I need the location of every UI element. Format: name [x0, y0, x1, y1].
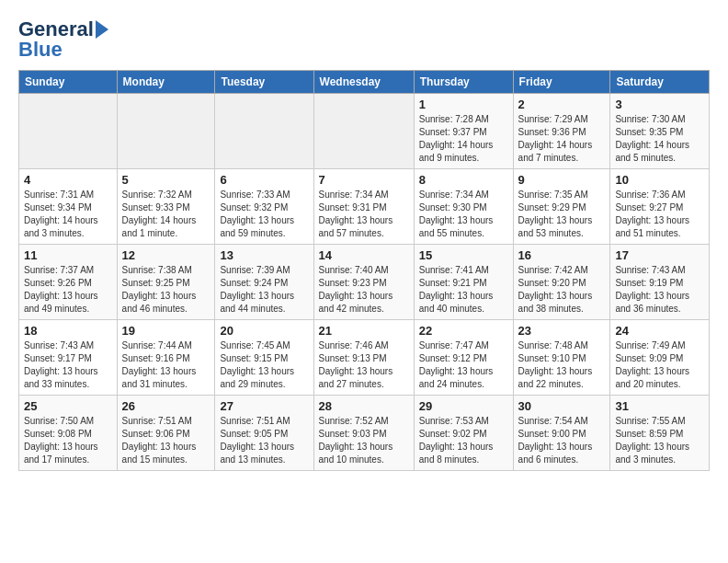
day-number: 20: [220, 324, 308, 338]
day-number: 14: [319, 248, 409, 262]
day-info: Sunrise: 7:28 AM Sunset: 9:37 PM Dayligh…: [419, 113, 508, 165]
day-info: Sunrise: 7:54 AM Sunset: 9:00 PM Dayligh…: [518, 415, 606, 466]
day-number: 16: [518, 248, 606, 262]
day-info: Sunrise: 7:37 AM Sunset: 9:26 PM Dayligh…: [24, 264, 112, 316]
day-info: Sunrise: 7:41 AM Sunset: 9:21 PM Dayligh…: [419, 264, 508, 316]
day-number: 12: [122, 248, 210, 262]
day-number: 9: [518, 173, 606, 187]
calendar-header-row: SundayMondayTuesdayWednesdayThursdayFrid…: [19, 71, 710, 94]
day-number: 4: [24, 173, 112, 187]
day-number: 25: [24, 399, 112, 413]
day-info: Sunrise: 7:40 AM Sunset: 9:23 PM Dayligh…: [319, 264, 409, 316]
day-info: Sunrise: 7:43 AM Sunset: 9:19 PM Dayligh…: [615, 264, 704, 316]
calendar-cell: 1Sunrise: 7:28 AM Sunset: 9:37 PM Daylig…: [414, 94, 513, 169]
page-header: General Blue: [18, 18, 710, 61]
day-info: Sunrise: 7:34 AM Sunset: 9:31 PM Dayligh…: [319, 189, 409, 240]
calendar-cell: 3Sunrise: 7:30 AM Sunset: 9:35 PM Daylig…: [610, 94, 710, 169]
calendar-cell: 27Sunrise: 7:51 AM Sunset: 9:05 PM Dayli…: [215, 396, 313, 471]
calendar-week-4: 18Sunrise: 7:43 AM Sunset: 9:17 PM Dayli…: [19, 320, 710, 396]
logo: General Blue: [18, 18, 108, 61]
day-number: 29: [419, 399, 508, 413]
day-number: 24: [615, 324, 704, 338]
calendar-cell: 12Sunrise: 7:38 AM Sunset: 9:25 PM Dayli…: [117, 245, 215, 320]
calendar-cell: 29Sunrise: 7:53 AM Sunset: 9:02 PM Dayli…: [414, 396, 513, 471]
calendar-table: SundayMondayTuesdayWednesdayThursdayFrid…: [18, 70, 710, 471]
day-info: Sunrise: 7:38 AM Sunset: 9:25 PM Dayligh…: [122, 264, 210, 316]
day-info: Sunrise: 7:42 AM Sunset: 9:20 PM Dayligh…: [518, 264, 606, 316]
day-number: 23: [518, 324, 606, 338]
calendar-cell: [313, 94, 414, 169]
day-info: Sunrise: 7:48 AM Sunset: 9:10 PM Dayligh…: [518, 339, 606, 391]
day-number: 18: [24, 324, 112, 338]
day-info: Sunrise: 7:52 AM Sunset: 9:03 PM Dayligh…: [319, 415, 409, 466]
logo-arrow-icon: [96, 20, 108, 39]
calendar-cell: 8Sunrise: 7:34 AM Sunset: 9:30 PM Daylig…: [414, 169, 513, 245]
day-number: 2: [518, 98, 606, 111]
day-number: 27: [220, 399, 308, 413]
day-number: 8: [419, 173, 508, 187]
day-info: Sunrise: 7:51 AM Sunset: 9:05 PM Dayligh…: [220, 415, 308, 466]
weekday-header-tuesday: Tuesday: [215, 71, 313, 94]
day-number: 5: [122, 173, 210, 187]
calendar-cell: [117, 94, 215, 169]
day-info: Sunrise: 7:33 AM Sunset: 9:32 PM Dayligh…: [220, 189, 308, 240]
calendar-cell: 15Sunrise: 7:41 AM Sunset: 9:21 PM Dayli…: [414, 245, 513, 320]
calendar-cell: 10Sunrise: 7:36 AM Sunset: 9:27 PM Dayli…: [610, 169, 710, 245]
day-info: Sunrise: 7:36 AM Sunset: 9:27 PM Dayligh…: [615, 189, 704, 240]
day-number: 15: [419, 248, 508, 262]
logo-text-blue: Blue: [18, 39, 63, 61]
day-number: 3: [615, 98, 704, 111]
day-info: Sunrise: 7:44 AM Sunset: 9:16 PM Dayligh…: [122, 339, 210, 391]
calendar-week-2: 4Sunrise: 7:31 AM Sunset: 9:34 PM Daylig…: [19, 169, 710, 245]
calendar-cell: 17Sunrise: 7:43 AM Sunset: 9:19 PM Dayli…: [610, 245, 710, 320]
calendar-cell: 16Sunrise: 7:42 AM Sunset: 9:20 PM Dayli…: [513, 245, 610, 320]
day-info: Sunrise: 7:53 AM Sunset: 9:02 PM Dayligh…: [419, 415, 508, 466]
day-number: 30: [518, 399, 606, 413]
day-info: Sunrise: 7:49 AM Sunset: 9:09 PM Dayligh…: [615, 339, 704, 391]
day-info: Sunrise: 7:30 AM Sunset: 9:35 PM Dayligh…: [615, 113, 704, 165]
calendar-cell: 11Sunrise: 7:37 AM Sunset: 9:26 PM Dayli…: [19, 245, 118, 320]
weekday-header-saturday: Saturday: [610, 71, 710, 94]
calendar-cell: 24Sunrise: 7:49 AM Sunset: 9:09 PM Dayli…: [610, 320, 710, 396]
calendar-cell: [215, 94, 313, 169]
day-number: 1: [419, 98, 508, 111]
calendar-cell: 5Sunrise: 7:32 AM Sunset: 9:33 PM Daylig…: [117, 169, 215, 245]
calendar-cell: 20Sunrise: 7:45 AM Sunset: 9:15 PM Dayli…: [215, 320, 313, 396]
day-number: 13: [220, 248, 308, 262]
calendar-cell: 6Sunrise: 7:33 AM Sunset: 9:32 PM Daylig…: [215, 169, 313, 245]
weekday-header-wednesday: Wednesday: [313, 71, 414, 94]
day-info: Sunrise: 7:50 AM Sunset: 9:08 PM Dayligh…: [24, 415, 112, 466]
calendar-cell: 14Sunrise: 7:40 AM Sunset: 9:23 PM Dayli…: [313, 245, 414, 320]
calendar-cell: 2Sunrise: 7:29 AM Sunset: 9:36 PM Daylig…: [513, 94, 610, 169]
calendar-cell: 23Sunrise: 7:48 AM Sunset: 9:10 PM Dayli…: [513, 320, 610, 396]
calendar-week-5: 25Sunrise: 7:50 AM Sunset: 9:08 PM Dayli…: [19, 396, 710, 471]
calendar-cell: 18Sunrise: 7:43 AM Sunset: 9:17 PM Dayli…: [19, 320, 118, 396]
calendar-cell: 9Sunrise: 7:35 AM Sunset: 9:29 PM Daylig…: [513, 169, 610, 245]
day-number: 21: [319, 324, 409, 338]
weekday-header-thursday: Thursday: [414, 71, 513, 94]
calendar-cell: 7Sunrise: 7:34 AM Sunset: 9:31 PM Daylig…: [313, 169, 414, 245]
weekday-header-friday: Friday: [513, 71, 610, 94]
day-info: Sunrise: 7:46 AM Sunset: 9:13 PM Dayligh…: [319, 339, 409, 391]
calendar-cell: 22Sunrise: 7:47 AM Sunset: 9:12 PM Dayli…: [414, 320, 513, 396]
weekday-header-sunday: Sunday: [19, 71, 118, 94]
calendar-cell: 21Sunrise: 7:46 AM Sunset: 9:13 PM Dayli…: [313, 320, 414, 396]
calendar-week-1: 1Sunrise: 7:28 AM Sunset: 9:37 PM Daylig…: [19, 94, 710, 169]
day-info: Sunrise: 7:31 AM Sunset: 9:34 PM Dayligh…: [24, 189, 112, 240]
calendar-cell: [19, 94, 118, 169]
calendar-cell: 4Sunrise: 7:31 AM Sunset: 9:34 PM Daylig…: [19, 169, 118, 245]
weekday-header-monday: Monday: [117, 71, 215, 94]
day-info: Sunrise: 7:51 AM Sunset: 9:06 PM Dayligh…: [122, 415, 210, 466]
day-info: Sunrise: 7:45 AM Sunset: 9:15 PM Dayligh…: [220, 339, 308, 391]
day-number: 22: [419, 324, 508, 338]
calendar-cell: 28Sunrise: 7:52 AM Sunset: 9:03 PM Dayli…: [313, 396, 414, 471]
day-number: 26: [122, 399, 210, 413]
calendar-cell: 31Sunrise: 7:55 AM Sunset: 8:59 PM Dayli…: [610, 396, 710, 471]
day-number: 17: [615, 248, 704, 262]
day-info: Sunrise: 7:29 AM Sunset: 9:36 PM Dayligh…: [518, 113, 606, 165]
day-number: 28: [319, 399, 409, 413]
calendar-cell: 13Sunrise: 7:39 AM Sunset: 9:24 PM Dayli…: [215, 245, 313, 320]
calendar-week-3: 11Sunrise: 7:37 AM Sunset: 9:26 PM Dayli…: [19, 245, 710, 320]
day-info: Sunrise: 7:43 AM Sunset: 9:17 PM Dayligh…: [24, 339, 112, 391]
day-info: Sunrise: 7:34 AM Sunset: 9:30 PM Dayligh…: [419, 189, 508, 240]
